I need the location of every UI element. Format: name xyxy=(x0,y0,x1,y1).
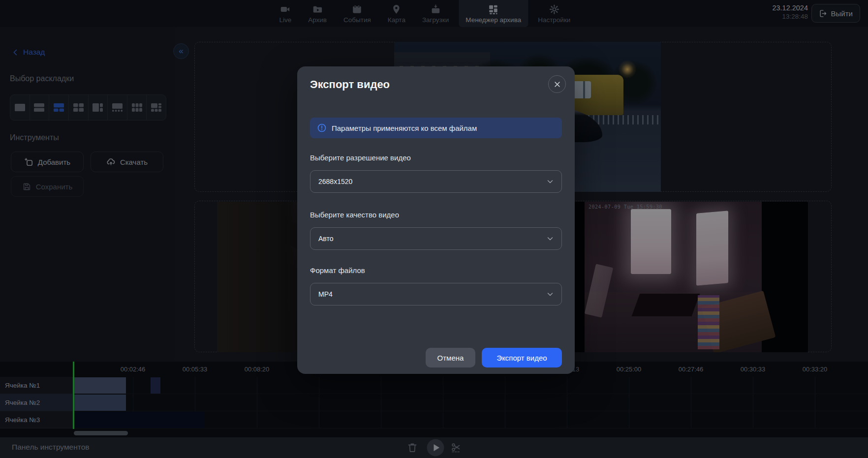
select-field-2[interactable]: MP4 xyxy=(310,283,562,305)
select-value: Авто xyxy=(318,235,334,243)
close-icon xyxy=(554,81,561,88)
modal-close-button[interactable] xyxy=(548,75,566,93)
info-banner: Параметры применяются ко всем файлам xyxy=(310,118,562,138)
field-label: Формат файлов xyxy=(310,266,562,275)
chevron-down-icon xyxy=(546,290,555,299)
export-video-modal: Экспорт видео Параметры применяются ко в… xyxy=(297,66,575,374)
modal-field-group: Выберите разрешение видео2688x1520 xyxy=(310,153,562,162)
export-video-button[interactable]: Экспорт видео xyxy=(482,348,562,367)
archive-manager-app: 2024-07-09 Tue 15:59:30 Назад Выбор раск… xyxy=(0,0,868,458)
select-field-1[interactable]: Авто xyxy=(310,227,562,250)
select-field-0[interactable]: 2688x1520 xyxy=(310,170,562,193)
modal-field-group: Формат файловMP4 xyxy=(310,266,562,275)
info-banner-text: Параметры применяются ко всем файлам xyxy=(332,124,477,132)
cancel-button[interactable]: Отмена xyxy=(426,348,475,367)
modal-field-group: Выберите качество видеоАвто xyxy=(310,211,562,219)
modal-title: Экспорт видео xyxy=(310,78,390,91)
chevron-down-icon xyxy=(546,234,555,243)
info-icon xyxy=(317,123,327,133)
field-label: Выберите качество видео xyxy=(310,211,562,219)
select-value: 2688x1520 xyxy=(318,178,352,185)
chevron-down-icon xyxy=(546,177,555,186)
field-label: Выберите разрешение видео xyxy=(310,153,562,162)
select-value: MP4 xyxy=(318,290,333,298)
